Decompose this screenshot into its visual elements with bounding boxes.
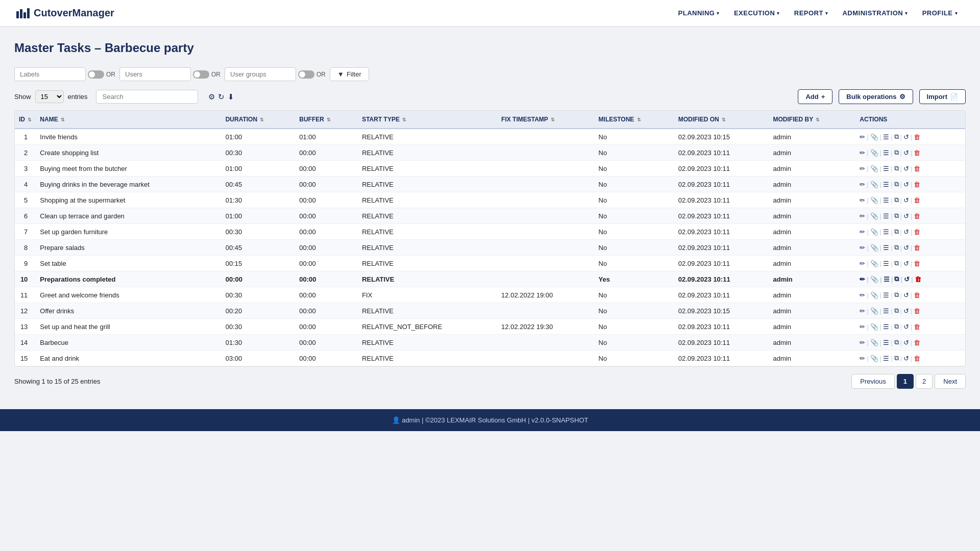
- edit-icon[interactable]: ✏: [860, 149, 865, 157]
- col-buffer[interactable]: BUFFER ⇅: [295, 111, 358, 129]
- col-modified-on[interactable]: MODIFIED ON ⇅: [674, 111, 769, 129]
- next-button[interactable]: Next: [935, 374, 966, 389]
- edit-icon[interactable]: ✏: [860, 133, 865, 141]
- list-icon[interactable]: ☰: [883, 260, 889, 267]
- delete-icon[interactable]: 🗑: [914, 323, 920, 331]
- delete-icon[interactable]: 🗑: [914, 149, 920, 157]
- nav-planning[interactable]: PLANNING ▾: [672, 6, 726, 20]
- delete-icon[interactable]: 🗑: [914, 244, 920, 252]
- list-icon[interactable]: ☰: [883, 307, 889, 315]
- delete-icon[interactable]: 🗑: [914, 196, 920, 204]
- list-icon[interactable]: ☰: [883, 165, 889, 172]
- col-fix-timestamp[interactable]: FIX TIMESTAMP ⇅: [497, 111, 594, 129]
- attach-icon[interactable]: 📎: [870, 133, 878, 141]
- history-icon[interactable]: ↺: [903, 181, 909, 188]
- edit-icon[interactable]: ✏: [860, 260, 865, 267]
- edit-icon[interactable]: ✏: [860, 307, 865, 315]
- attach-icon[interactable]: 📎: [870, 165, 878, 172]
- settings-icon[interactable]: ⚙: [208, 92, 215, 102]
- list-icon[interactable]: ☰: [883, 212, 889, 220]
- attach-icon[interactable]: 📎: [870, 228, 878, 236]
- history-icon[interactable]: ↺: [903, 228, 909, 236]
- list-icon[interactable]: ☰: [884, 276, 890, 283]
- history-icon[interactable]: ↺: [903, 339, 909, 346]
- edit-icon[interactable]: ✏: [860, 323, 865, 331]
- attach-icon[interactable]: 📎: [870, 339, 878, 346]
- bulk-operations-button[interactable]: Bulk operations ⚙: [839, 89, 913, 104]
- list-icon[interactable]: ☰: [883, 196, 889, 204]
- attach-icon[interactable]: 📎: [870, 149, 878, 157]
- delete-icon[interactable]: 🗑: [914, 181, 920, 188]
- history-icon[interactable]: ↺: [903, 196, 909, 204]
- add-button[interactable]: Add +: [798, 89, 832, 104]
- history-icon[interactable]: ↺: [903, 149, 909, 157]
- delete-icon[interactable]: 🗑: [914, 307, 920, 315]
- col-duration[interactable]: DURATION ⇅: [222, 111, 296, 129]
- nav-report[interactable]: REPORT ▾: [788, 6, 835, 20]
- search-input[interactable]: [96, 90, 198, 104]
- list-icon[interactable]: ☰: [883, 323, 889, 331]
- history-icon[interactable]: ↺: [903, 355, 909, 362]
- edit-icon[interactable]: ✏: [860, 276, 865, 283]
- entries-select[interactable]: 10 15 25 50 100: [35, 90, 64, 103]
- attach-icon[interactable]: 📎: [870, 196, 878, 204]
- history-icon[interactable]: ↺: [903, 291, 909, 299]
- delete-icon[interactable]: 🗑: [914, 291, 920, 299]
- col-modified-by[interactable]: MODIFIED BY ⇅: [769, 111, 856, 129]
- copy-icon[interactable]: ⧉: [894, 180, 899, 188]
- history-icon[interactable]: ↺: [903, 307, 909, 315]
- copy-icon[interactable]: ⧉: [894, 275, 899, 283]
- list-icon[interactable]: ☰: [883, 133, 889, 141]
- nav-administration[interactable]: ADMINISTRATION ▾: [836, 6, 914, 20]
- nav-profile[interactable]: PROFILE ▾: [916, 6, 964, 20]
- user-groups-input[interactable]: [225, 67, 296, 81]
- brand-logo[interactable]: CutoverManager: [16, 7, 114, 19]
- edit-icon[interactable]: ✏: [860, 355, 865, 362]
- delete-icon[interactable]: 🗑: [914, 339, 920, 346]
- edit-icon[interactable]: ✏: [860, 181, 865, 188]
- edit-icon[interactable]: ✏: [860, 228, 865, 236]
- history-icon[interactable]: ↺: [903, 244, 909, 252]
- nav-execution[interactable]: EXECUTION ▾: [728, 6, 786, 20]
- edit-icon[interactable]: ✏: [860, 165, 865, 172]
- copy-icon[interactable]: ⧉: [894, 212, 899, 220]
- export-icon[interactable]: ⬇: [228, 92, 234, 102]
- copy-icon[interactable]: ⧉: [894, 338, 899, 346]
- col-id[interactable]: ID ⇅: [15, 111, 36, 129]
- refresh-icon[interactable]: ↻: [218, 92, 225, 102]
- delete-icon[interactable]: 🗑: [914, 260, 920, 267]
- edit-icon[interactable]: ✏: [860, 196, 865, 204]
- delete-icon[interactable]: 🗑: [914, 133, 920, 141]
- copy-icon[interactable]: ⧉: [894, 133, 899, 141]
- delete-icon[interactable]: 🗑: [914, 212, 920, 220]
- copy-icon[interactable]: ⧉: [894, 322, 899, 331]
- col-milestone[interactable]: MILESTONE ⇅: [595, 111, 674, 129]
- list-icon[interactable]: ☰: [883, 355, 889, 362]
- attach-icon[interactable]: 📎: [870, 323, 878, 331]
- copy-icon[interactable]: ⧉: [894, 243, 899, 252]
- attach-icon[interactable]: 📎: [870, 276, 878, 283]
- import-button[interactable]: Import 📄: [919, 89, 966, 104]
- history-icon[interactable]: ↺: [903, 165, 909, 172]
- list-icon[interactable]: ☰: [883, 339, 889, 346]
- copy-icon[interactable]: ⧉: [894, 291, 899, 299]
- copy-icon[interactable]: ⧉: [894, 164, 899, 172]
- copy-icon[interactable]: ⧉: [894, 148, 899, 157]
- edit-icon[interactable]: ✏: [860, 212, 865, 220]
- users-toggle[interactable]: [193, 70, 209, 79]
- copy-icon[interactable]: ⧉: [894, 196, 899, 204]
- history-icon[interactable]: ↺: [904, 276, 910, 283]
- attach-icon[interactable]: 📎: [870, 291, 878, 299]
- delete-icon[interactable]: 🗑: [915, 276, 921, 283]
- history-icon[interactable]: ↺: [903, 323, 909, 331]
- attach-icon[interactable]: 📎: [870, 181, 878, 188]
- labels-input[interactable]: [14, 67, 86, 81]
- copy-icon[interactable]: ⧉: [894, 228, 899, 236]
- delete-icon[interactable]: 🗑: [914, 355, 920, 362]
- list-icon[interactable]: ☰: [883, 228, 889, 236]
- history-icon[interactable]: ↺: [903, 212, 909, 220]
- previous-button[interactable]: Previous: [851, 374, 895, 389]
- history-icon[interactable]: ↺: [903, 260, 909, 267]
- delete-icon[interactable]: 🗑: [914, 165, 920, 172]
- copy-icon[interactable]: ⧉: [894, 259, 899, 267]
